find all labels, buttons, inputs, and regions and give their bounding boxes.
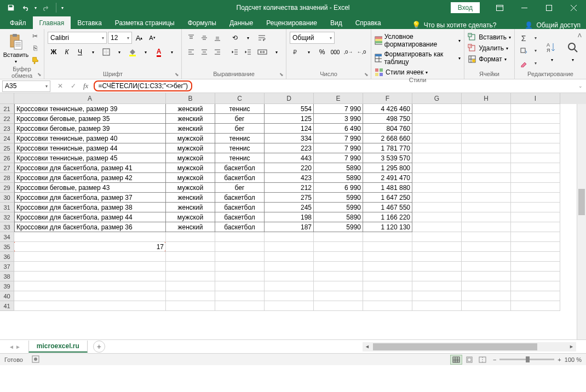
col-header[interactable]: A xyxy=(14,93,166,104)
cell[interactable] xyxy=(265,252,314,262)
sheet-nav-prev-icon[interactable]: ◄ xyxy=(9,344,14,350)
formula-input[interactable]: =СЧЁТЕСЛИ(C1:C33;"<>бег") xyxy=(91,80,575,92)
cell[interactable] xyxy=(511,163,560,173)
cell[interactable]: баскетбол xyxy=(215,173,265,183)
cell[interactable] xyxy=(412,114,462,124)
cell[interactable] xyxy=(314,301,363,311)
cell[interactable]: мужской xyxy=(166,153,215,163)
align-left-icon[interactable] xyxy=(185,46,197,58)
cell[interactable] xyxy=(314,232,363,242)
cell[interactable]: Кроссовки для баскетбола, размер 37 xyxy=(14,193,166,203)
macro-record-icon[interactable] xyxy=(32,355,39,364)
cell[interactable]: женский xyxy=(166,114,215,124)
fill-icon[interactable] xyxy=(518,45,529,56)
cancel-formula-icon[interactable]: ✕ xyxy=(55,82,66,90)
decrease-indent-icon[interactable] xyxy=(229,46,241,58)
minimize-icon[interactable] xyxy=(512,0,537,15)
cell[interactable] xyxy=(462,291,511,301)
cell[interactable] xyxy=(412,281,462,291)
cell[interactable]: 124 xyxy=(265,124,314,134)
cell[interactable] xyxy=(314,262,363,272)
cell[interactable]: 220 xyxy=(265,163,314,173)
cell[interactable] xyxy=(14,252,166,262)
cell[interactable] xyxy=(462,183,511,193)
cell[interactable]: мужской xyxy=(166,163,215,173)
cell[interactable]: 7 990 xyxy=(314,104,363,114)
cell[interactable]: 7 990 xyxy=(314,134,363,143)
tab-help[interactable]: Справка xyxy=(349,16,388,29)
cell[interactable] xyxy=(511,301,560,311)
merge-icon[interactable] xyxy=(255,46,269,58)
cell[interactable] xyxy=(412,143,462,153)
cell[interactable] xyxy=(511,262,560,272)
cell[interactable] xyxy=(265,232,314,242)
cell[interactable]: мужской xyxy=(166,183,215,193)
cell[interactable]: 5890 xyxy=(314,173,363,183)
cell[interactable]: Кроссовки беговые, размер 39 xyxy=(14,124,166,134)
tab-formulas[interactable]: Формулы xyxy=(181,16,223,29)
row-header[interactable]: 28 xyxy=(0,173,14,183)
cell[interactable]: женский xyxy=(166,203,215,212)
cell[interactable]: 804 760 xyxy=(363,124,412,134)
cell[interactable]: Кроссовки для баскетбола, размер 44 xyxy=(14,212,166,222)
col-header[interactable]: I xyxy=(511,93,560,104)
collapse-ribbon-icon[interactable]: ᐱ xyxy=(575,31,584,39)
cell[interactable] xyxy=(462,281,511,291)
percent-icon[interactable]: % xyxy=(316,46,328,58)
cell[interactable] xyxy=(462,134,511,143)
cell[interactable]: 1 647 250 xyxy=(363,193,412,203)
cell[interactable] xyxy=(462,163,511,173)
zoom-in-icon[interactable]: + xyxy=(558,356,561,363)
cell[interactable] xyxy=(314,281,363,291)
row-header[interactable]: 29 xyxy=(0,183,14,193)
cell[interactable]: 187 xyxy=(265,222,314,232)
cell[interactable] xyxy=(462,262,511,272)
cell[interactable] xyxy=(166,281,215,291)
cell[interactable]: 198 xyxy=(265,212,314,222)
cell[interactable] xyxy=(412,193,462,203)
cell[interactable] xyxy=(511,291,560,301)
align-launcher[interactable]: ⬊ xyxy=(278,71,285,78)
cell[interactable]: 125 xyxy=(265,114,314,124)
cell[interactable] xyxy=(462,153,511,163)
cell[interactable] xyxy=(314,291,363,301)
cell[interactable] xyxy=(215,281,265,291)
cell[interactable] xyxy=(265,242,314,252)
cell[interactable] xyxy=(363,262,412,272)
row-header[interactable]: 23 xyxy=(0,124,14,134)
cell[interactable] xyxy=(511,134,560,143)
page-layout-view-icon[interactable] xyxy=(463,355,475,365)
cell[interactable] xyxy=(511,203,560,212)
cell[interactable]: Кроссовки теннисные, размер 44 xyxy=(14,143,166,153)
align-top-icon[interactable] xyxy=(185,32,197,44)
cell[interactable] xyxy=(166,242,215,252)
cell[interactable] xyxy=(363,232,412,242)
cell[interactable]: 5990 xyxy=(314,203,363,212)
cell[interactable] xyxy=(166,272,215,281)
cell[interactable] xyxy=(462,124,511,134)
align-center-icon[interactable] xyxy=(198,46,210,58)
cell[interactable]: 2 668 660 xyxy=(363,134,412,143)
cell[interactable] xyxy=(14,301,166,311)
cell[interactable] xyxy=(314,242,363,252)
cell[interactable] xyxy=(14,291,166,301)
cell[interactable] xyxy=(462,252,511,262)
spreadsheet-grid[interactable]: ABCDEFGHI 21Кроссовки теннисные, размер … xyxy=(0,93,586,339)
cell[interactable]: Кроссовки теннисные, размер 45 xyxy=(14,153,166,163)
cell[interactable]: 4 426 460 xyxy=(363,104,412,114)
col-header[interactable]: H xyxy=(462,93,511,104)
cell[interactable]: теннис xyxy=(215,143,265,153)
cell[interactable]: 7 990 xyxy=(314,153,363,163)
fx-icon[interactable]: fx xyxy=(83,82,88,90)
cell[interactable] xyxy=(412,183,462,193)
cell[interactable] xyxy=(511,153,560,163)
row-header[interactable]: 35 xyxy=(0,242,14,252)
maximize-icon[interactable] xyxy=(537,0,561,15)
increase-font-icon[interactable]: A▴ xyxy=(133,32,145,44)
row-header[interactable]: 26 xyxy=(0,153,14,163)
cell[interactable] xyxy=(511,232,560,242)
cell[interactable]: Кроссовки беговые, размер 35 xyxy=(14,114,166,124)
cell[interactable] xyxy=(363,272,412,281)
cell[interactable] xyxy=(412,104,462,114)
cell[interactable]: баскетбол xyxy=(215,212,265,222)
